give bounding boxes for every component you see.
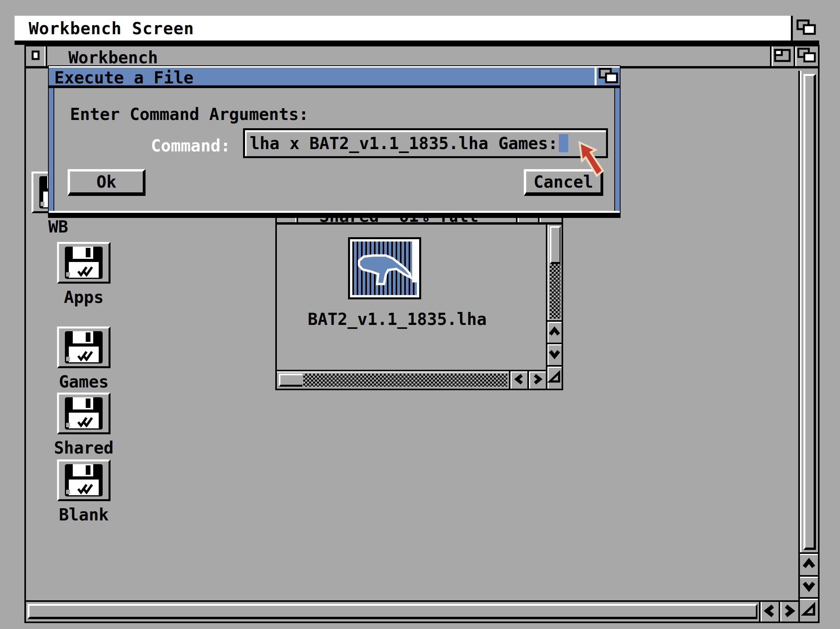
workbench-screen: { "screen": { "title": "Workbench Screen… — [0, 0, 840, 629]
scroll-right-gadget[interactable] — [779, 602, 798, 622]
disk-label: Blank — [44, 505, 123, 524]
up-arrow-icon — [801, 557, 817, 572]
scroll-left-gadget[interactable] — [509, 371, 527, 389]
scroll-down-gadget[interactable] — [798, 575, 818, 597]
close-icon — [31, 50, 41, 63]
down-arrow-icon — [801, 579, 817, 595]
text-cursor — [559, 134, 568, 152]
left-arrow-icon — [763, 603, 777, 620]
depth-icon — [796, 19, 816, 38]
depth-gadget[interactable] — [794, 46, 818, 66]
disk-icon-shared[interactable]: Shared — [44, 393, 123, 457]
scroll-track[interactable] — [550, 264, 560, 319]
depth-icon — [797, 47, 816, 65]
disk-icon-blank[interactable]: Blank — [44, 459, 123, 524]
scroll-down-gadget[interactable] — [547, 343, 562, 365]
screen-depth-gadget[interactable] — [791, 16, 819, 41]
command-input-value: lha x BAT2_v1.1_1835.lha Games: — [250, 134, 558, 153]
workbench-window-title: Workbench — [47, 46, 158, 66]
shared-window-content: BAT2_v1.1_1835.lha — [277, 225, 562, 389]
close-gadget[interactable] — [26, 46, 47, 66]
down-arrow-icon — [547, 348, 562, 362]
dialog-bottom-border — [49, 211, 620, 217]
up-arrow-icon — [547, 325, 562, 339]
dialog-titlebar[interactable]: Execute a File — [49, 66, 620, 88]
screen-titlebar[interactable]: Workbench Screen — [15, 16, 819, 45]
shared-horizontal-scrollbar[interactable] — [277, 370, 546, 389]
resize-icon — [547, 370, 562, 386]
depth-gadget[interactable] — [595, 68, 620, 85]
disk-icon-apps[interactable]: Apps — [44, 242, 123, 307]
right-arrow-icon — [532, 373, 543, 387]
mouse-pointer-icon — [577, 140, 607, 181]
vertical-scroll-thumb[interactable] — [803, 74, 816, 550]
ok-button[interactable]: Ok — [68, 169, 146, 196]
scroll-right-gadget[interactable] — [527, 371, 546, 389]
right-arrow-icon — [782, 603, 796, 620]
resize-icon — [801, 601, 817, 619]
disk-label: Apps — [44, 288, 123, 307]
shared-horizontal-scroll-thumb[interactable] — [279, 374, 302, 387]
shared-vertical-scroll-thumb[interactable] — [550, 226, 560, 264]
file-label: BAT2_v1.1_1835.lha — [277, 310, 518, 329]
dialog-body: Enter Command Arguments: Command: lha x … — [49, 88, 620, 211]
vertical-scrollbar[interactable] — [798, 71, 818, 552]
disk-label: Shared — [44, 438, 123, 457]
scroll-track[interactable] — [303, 374, 507, 387]
horizontal-scrollbar[interactable] — [26, 600, 798, 622]
shared-window: Shared 61% full — [275, 199, 563, 390]
horizontal-scroll-thumb[interactable] — [28, 604, 757, 619]
floppy-disk-icon[interactable] — [57, 459, 111, 501]
floppy-disk-icon[interactable] — [57, 326, 111, 368]
floppy-disk-icon[interactable] — [57, 242, 111, 284]
scroll-up-gadget[interactable] — [798, 552, 818, 575]
left-arrow-icon — [513, 373, 525, 387]
disk-label: Games — [44, 372, 123, 391]
floppy-disk-icon[interactable] — [57, 393, 111, 434]
shared-vertical-scrollbar[interactable] — [546, 225, 562, 389]
dialog-title: Execute a File — [49, 68, 193, 85]
hammer-icon — [356, 248, 414, 290]
lha-file-icon[interactable] — [348, 237, 421, 299]
disk-icon-games[interactable]: Games — [44, 326, 123, 391]
command-input[interactable]: lha x BAT2_v1.1_1835.lha Games: — [243, 128, 608, 158]
command-label: Command: — [101, 136, 230, 155]
disk-label: WB — [19, 217, 98, 236]
dialog-prompt: Enter Command Arguments: — [70, 105, 309, 124]
scroll-left-gadget[interactable] — [759, 602, 779, 622]
execute-file-dialog: Execute a File Enter Command Arguments: … — [48, 65, 621, 218]
zoom-gadget[interactable] — [770, 46, 794, 66]
window-resize-gadget[interactable] — [547, 365, 562, 389]
scroll-up-gadget[interactable] — [547, 320, 562, 343]
window-resize-gadget[interactable] — [798, 597, 818, 622]
zoom-icon — [774, 48, 791, 64]
screen-title: Workbench Screen — [15, 16, 791, 41]
depth-icon — [598, 67, 619, 86]
